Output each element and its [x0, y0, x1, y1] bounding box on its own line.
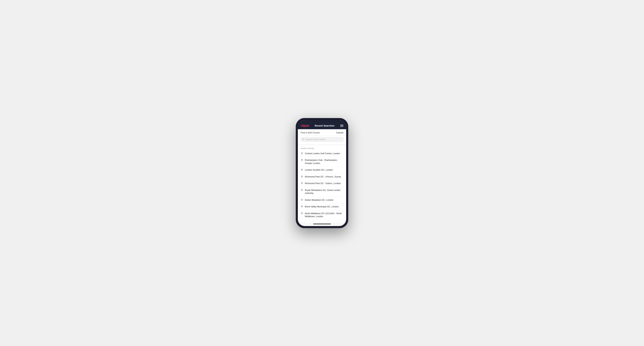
location-pin-icon	[301, 205, 303, 208]
course-name: North Middlesex GC (1011942 - North Midd…	[305, 212, 343, 218]
location-pin-icon	[301, 212, 303, 215]
location-pin-icon	[301, 159, 303, 161]
course-name: Royal Wimbledon GC, Great London Authori…	[305, 189, 343, 195]
search-icon	[302, 138, 304, 141]
home-bar	[313, 224, 331, 224]
course-name: Richmond Park GC - Prince's, Surrey	[305, 175, 341, 178]
cancel-button[interactable]: Cancel	[336, 131, 343, 134]
list-item[interactable]: Brent Valley Municipal GC, London	[298, 203, 346, 210]
list-item[interactable]: London Scottish GC, London	[298, 167, 346, 173]
status-bar	[298, 120, 346, 123]
search-input[interactable]: Search Golf Course	[300, 137, 344, 142]
location-pin-icon	[301, 169, 303, 171]
phone-device: clippd Recent Searches Find a Golf Cours…	[296, 118, 348, 228]
list-item[interactable]: Royal Wimbledon GC, Great London Authori…	[298, 187, 346, 197]
location-pin-icon	[301, 175, 303, 178]
content-area: Find a Golf Course Cancel Search Golf Co…	[298, 129, 346, 222]
phone-screen: clippd Recent Searches Find a Golf Cours…	[298, 120, 346, 226]
nearby-header: Nearby courses	[298, 146, 346, 150]
course-name: Richmond Park GC - Duke's, London	[305, 182, 341, 185]
course-name: Brent Valley Municipal GC, London	[305, 205, 339, 208]
location-pin-icon	[301, 189, 303, 191]
location-pin-icon	[301, 152, 303, 155]
list-item[interactable]: Roehampton Club - Roehampton, Greater Lo…	[298, 157, 346, 167]
course-name: London Scottish GC, London	[305, 169, 333, 172]
nav-bar: clippd Recent Searches	[298, 123, 346, 129]
list-item[interactable]: Richmond Park GC - Duke's, London	[298, 180, 346, 187]
list-item[interactable]: North Middlesex GC (1011942 - North Midd…	[298, 210, 346, 220]
location-pin-icon	[301, 182, 303, 185]
find-label: Find a Golf Course	[301, 131, 320, 134]
svg-line-1	[304, 140, 304, 140]
list-item[interactable]: Dukes Meadows GC, London	[298, 197, 346, 204]
search-placeholder: Search Golf Course	[306, 138, 326, 141]
find-header: Find a Golf Course Cancel	[298, 129, 346, 136]
list-item[interactable]: Coombe Hill GC, Kingston upon Thames	[298, 220, 346, 222]
app-logo: clippd	[301, 124, 309, 128]
nav-title: Recent Searches	[315, 124, 334, 127]
course-name: Central London Golf Centre, London	[305, 152, 340, 155]
list-item[interactable]: Central London Golf Centre, London	[298, 150, 346, 157]
nearby-section: Nearby courses Central London Golf Centr…	[298, 146, 346, 222]
home-indicator	[298, 222, 346, 226]
location-pin-icon	[301, 199, 303, 201]
hamburger-menu-icon[interactable]	[340, 125, 343, 127]
list-item[interactable]: Richmond Park GC - Prince's, Surrey	[298, 173, 346, 180]
search-box-container: Search Golf Course	[298, 136, 346, 144]
course-name: Roehampton Club - Roehampton, Greater Lo…	[305, 159, 343, 165]
course-name: Dukes Meadows GC, London	[305, 199, 334, 202]
